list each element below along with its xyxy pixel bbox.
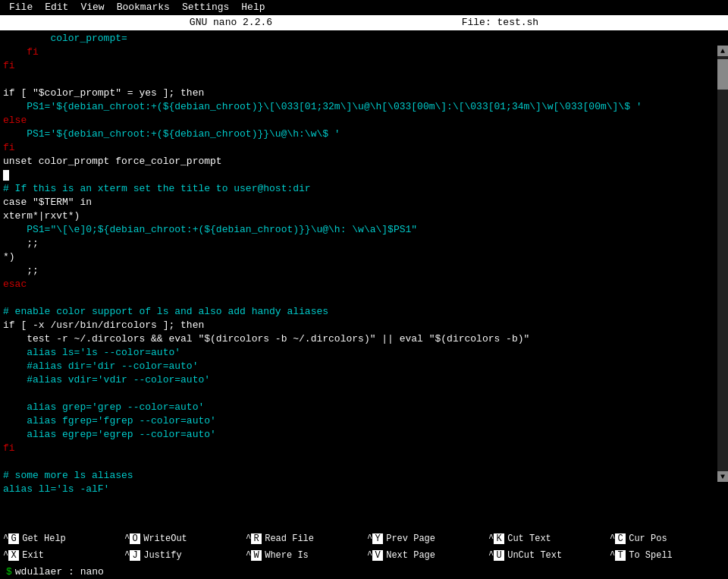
editor-line: *) [3,250,713,264]
editor-line: unset color_prompt force_color_prompt [3,155,713,168]
editor-line: alias egrep='egrep --color=auto' [3,428,713,442]
editor-line: # If this is an xterm set the title to u… [3,182,713,196]
editor-line: PS1='${debian_chroot:+(${debian_chroot)}… [3,127,713,141]
file-name: File: test.sh [462,17,538,28]
editor-line: if [ -x /usr/bin/dircolors ]; then [3,319,713,332]
editor-line [3,168,713,182]
shortcut-key-combo: ^C [610,533,626,544]
shortcut-key-combo: ^X [3,550,19,561]
menu-help[interactable]: Help [235,0,271,15]
editor-line [3,387,713,401]
editor-line: else [3,114,713,127]
menu-settings[interactable]: Settings [176,0,235,15]
shortcut-item[interactable]: ^KCut Text [485,530,607,547]
menubar: File Edit View Bookmarks Settings Help [0,0,728,15]
menu-bookmarks[interactable]: Bookmarks [111,0,176,15]
editor-line: PS1="\[\e]0;${debian_chroot:+(${debian_c… [3,223,713,237]
editor-line: ;; [3,237,713,250]
editor-line: case "$TERM" in [3,196,713,209]
shortcut-label: Get Help [22,533,66,544]
editor-line: test -r ~/.dircolors && eval "$(dircolor… [3,332,713,346]
editor-line: PS1='${debian_chroot:+(${debian_chroot)}… [3,100,713,114]
shortcut-label: WriteOut [143,533,187,544]
shortcut-item[interactable]: ^TTo Spell [607,547,728,564]
editor-line [3,73,713,87]
status-text: wdullaer : nano [15,566,104,577]
editor-line: if [ "$color_prompt" = yes ]; then [3,87,713,100]
editor-line: alias ll='ls -alF' [3,483,713,496]
shortcut-item[interactable]: ^XExit [0,547,121,564]
editor-line: fi [3,442,713,455]
editor-line: alias grep='grep --color=auto' [3,401,713,414]
editor-line: fi [3,141,713,155]
shortcut-item[interactable]: ^VNext Page [364,547,485,564]
shortcut-item[interactable]: ^CCur Pos [607,530,728,547]
editor-line: # enable color support of ls and also ad… [3,305,713,319]
shortcut-key-combo: ^V [367,550,383,561]
app-name: GNU nano 2.2.6 [190,17,272,28]
editor-line: ;; [3,264,713,278]
scroll-down-button[interactable]: ▼ [717,471,728,482]
shortcut-key-combo: ^K [488,533,504,544]
editor-line: #alias dir='dir --color=auto' [3,360,713,373]
prompt-icon: $ [6,566,12,577]
shortcut-label: Where Is [265,550,309,561]
shortcut-key-combo: ^U [488,550,504,561]
statusbar: $ wdullaer : nano [0,564,728,579]
editor-line: #alias vdir='vdir --color=auto' [3,373,713,387]
scrollbar: ▲ ▼ [717,46,728,482]
shortcut-key-combo: ^W [246,550,262,561]
shortcut-key-combo: ^G [3,533,19,544]
editor-line: esac [3,278,713,291]
scroll-up-button[interactable]: ▲ [717,46,728,56]
prompt-area: $ wdullaer : nano [0,564,364,579]
editor: color_prompt= fifiif [ "$color_prompt" =… [0,30,728,530]
shortcut-item[interactable]: ^RRead File [243,530,364,547]
shortcut-item[interactable]: ^OWriteOut [121,530,243,547]
shortcut-item[interactable]: ^GGet Help [0,530,121,547]
menu-file[interactable]: File [3,0,39,15]
shortcut-label: Justify [143,550,181,561]
shortcut-item[interactable]: ^WWhere Is [243,547,364,564]
shortcut-key-combo: ^O [124,533,140,544]
scroll-thumb[interactable] [717,59,728,90]
menu-edit[interactable]: Edit [39,0,74,15]
editor-line [3,291,713,305]
shortcut-label: Cut Text [507,533,551,544]
shortcut-item[interactable]: ^YPrev Page [364,530,485,547]
editor-line: alias fgrep='fgrep --color=auto' [3,414,713,428]
editor-line: fi [3,46,713,59]
shortcut-label: Exit [22,550,44,561]
shortcut-item[interactable]: ^UUnCut Text [485,547,607,564]
editor-line: # some more ls aliases [3,469,713,483]
titlebar: GNU nano 2.2.6 File: test.sh [0,15,728,30]
editor-line [3,455,713,469]
shortcut-key-combo: ^J [124,550,140,561]
shortcut-label: Cur Pos [629,533,667,544]
shortcut-key-combo: ^T [610,550,626,561]
shortcut-key-combo: ^R [246,533,262,544]
shortcut-item[interactable]: ^JJustify [121,547,243,564]
shortcut-label: Next Page [386,550,435,561]
menu-view[interactable]: View [74,0,110,15]
shortcut-key-combo: ^Y [367,533,383,544]
shortcut-bar: ^GGet Help^OWriteOut^RRead File^YPrev Pa… [0,530,728,564]
editor-content: color_prompt= fifiif [ "$color_prompt" =… [3,32,725,496]
editor-line: color_prompt= [3,32,713,46]
shortcut-label: Read File [265,533,314,544]
shortcut-label: To Spell [629,550,673,561]
editor-line: alias ls='ls --color=auto' [3,346,713,360]
shortcut-label: Prev Page [386,533,435,544]
editor-line: fi [3,59,713,73]
shortcut-label: UnCut Text [507,550,562,561]
editor-line: xterm*|rxvt*) [3,209,713,223]
